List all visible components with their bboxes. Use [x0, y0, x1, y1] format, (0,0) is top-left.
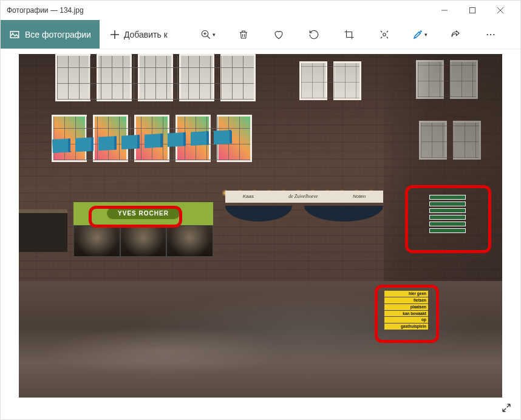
svg-point-15	[490, 33, 491, 35]
crop-button[interactable]	[337, 22, 361, 47]
svg-line-9	[208, 36, 211, 39]
edit-button[interactable]: ▾	[408, 22, 432, 47]
close-button[interactable]	[486, 1, 514, 20]
chevron-down-icon: ▾	[424, 32, 427, 38]
plus-icon	[111, 30, 119, 39]
spot-icon	[379, 29, 390, 40]
highlight-box-yves-rocher	[89, 206, 182, 228]
toolbar-actions: ▾ ▾	[179, 22, 520, 47]
minimize-icon	[441, 7, 448, 13]
rotate-icon	[308, 29, 319, 40]
svg-rect-1	[470, 8, 475, 13]
svg-point-5	[12, 32, 13, 33]
sign-kaas: Kaas	[243, 194, 254, 199]
gstar-store	[19, 209, 67, 252]
sign-middle: de Zuivelhoeve	[288, 194, 318, 199]
close-icon	[497, 7, 503, 13]
svg-point-12	[383, 33, 386, 36]
sign-noten: Noten	[353, 194, 366, 199]
heart-icon	[273, 29, 284, 40]
toolbar: Все фотографии Добавить к ▾	[1, 20, 520, 49]
crop-icon	[344, 29, 355, 40]
photos-app-window: Фотографии — 134.jpg Все фотографии Доба…	[0, 0, 521, 420]
awning-signband: Kaas de Zuivelhoeve Noten	[225, 191, 383, 203]
ellipsis-icon	[485, 29, 496, 40]
gallery-icon	[9, 29, 20, 40]
expand-icon[interactable]	[501, 402, 512, 413]
highlight-box-direction-signs	[405, 185, 491, 253]
rotate-button[interactable]	[302, 22, 326, 47]
zoom-button[interactable]: ▾	[196, 22, 220, 47]
share-button[interactable]	[443, 22, 468, 47]
svg-point-14	[486, 33, 488, 35]
all-photos-button[interactable]: Все фотографии	[1, 20, 100, 49]
photo-viewport[interactable]: Kaas de Zuivelhoeve Noten YVES ROCHER	[1, 49, 520, 419]
spot-fix-button[interactable]	[372, 22, 397, 47]
trash-icon	[238, 29, 249, 40]
add-to-button[interactable]: Добавить к	[100, 20, 179, 49]
svg-point-16	[493, 33, 494, 35]
window-controls	[431, 1, 514, 20]
zoom-icon	[200, 29, 211, 40]
edit-icon	[412, 29, 423, 40]
titlebar: Фотографии — 134.jpg	[1, 1, 520, 20]
minimize-button[interactable]	[431, 1, 458, 20]
favorite-button[interactable]	[267, 22, 291, 47]
window-title: Фотографии — 134.jpg	[7, 6, 431, 15]
chevron-down-icon: ▾	[213, 32, 216, 38]
share-icon	[450, 29, 461, 40]
highlight-box-yellow-sign	[375, 285, 439, 343]
svg-point-13	[421, 31, 422, 32]
photo-image: Kaas de Zuivelhoeve Noten YVES ROCHER	[19, 54, 502, 398]
delete-button[interactable]	[231, 22, 256, 47]
add-to-label: Добавить к	[124, 30, 168, 39]
maximize-button[interactable]	[458, 1, 486, 20]
more-button[interactable]	[478, 22, 503, 47]
all-photos-label: Все фотографии	[25, 30, 91, 39]
maximize-icon	[469, 7, 475, 13]
